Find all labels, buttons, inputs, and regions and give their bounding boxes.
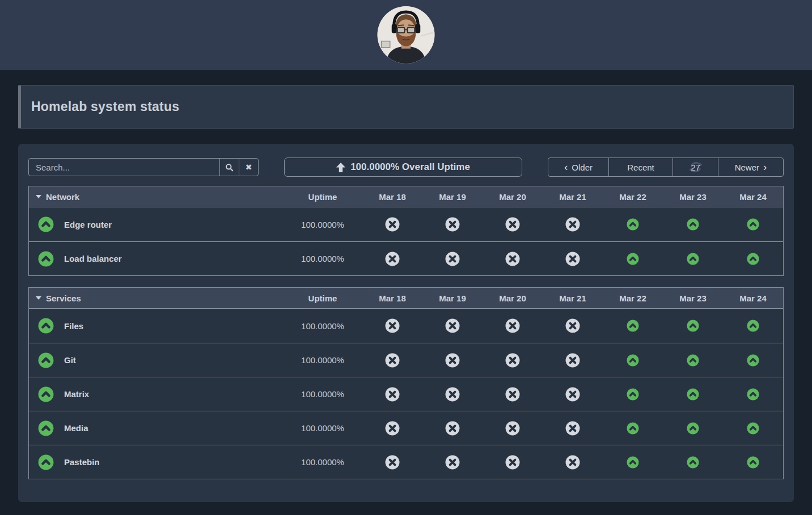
service-uptime: 100.0000% [283,457,362,467]
service-row[interactable]: Matrix 100.0000% [29,377,783,411]
day-x-icon [422,353,483,368]
column-header-day: Mar 20 [483,293,543,303]
service-row[interactable]: Edge router 100.0000% [29,207,783,241]
service-up-icon [38,386,54,402]
avatar[interactable] [378,6,435,63]
day-x-icon [543,217,603,232]
day-up-icon [663,422,723,435]
column-header-day: Mar 20 [483,192,543,202]
clear-search-button[interactable]: ✖ [239,159,258,176]
day-up-icon [603,320,663,332]
column-header-day: Mar 18 [362,293,422,303]
service-uptime: 100.0000% [283,254,362,263]
service-row[interactable]: Git 100.0000% [29,343,783,377]
column-header-day: Mar 19 [422,293,483,303]
day-x-icon [483,252,543,266]
chevron-left-icon: ‹ [564,161,568,172]
service-name: Media [64,423,88,433]
day-x-icon [362,217,422,232]
day-x-icon [362,387,422,402]
column-header-day: Mar 21 [543,192,603,202]
search-input[interactable] [29,159,219,176]
older-label: Older [572,163,593,172]
service-row[interactable]: Pastebin 100.0000% [29,445,783,479]
group-rows: Files 100.0000% Git 100.0000% [29,308,783,479]
day-x-icon [543,387,603,402]
day-x-icon [483,353,543,368]
recent-button[interactable]: Recent [609,158,673,176]
service-name-cell: Load balancer [29,251,283,267]
service-name: Edge router [64,220,112,229]
day-x-icon [362,318,422,333]
older-button[interactable]: ‹ Older [548,158,609,176]
column-header-day: Mar 24 [723,192,783,202]
service-up-icon [38,251,54,267]
day-up-icon [663,388,723,401]
day-up-icon [603,218,663,231]
chevron-right-icon: › [763,161,767,172]
day-up-icon [723,218,783,231]
column-header-day: Mar 18 [362,192,422,202]
column-header-uptime: Uptime [283,192,362,202]
clear-icon: ✖ [246,163,252,172]
service-name-cell: Matrix [29,386,283,402]
column-header-day: Mar 23 [663,293,723,303]
group-header[interactable]: Services [29,293,283,303]
day-up-icon [603,354,663,367]
group-header-row: Network Uptime Mar 18Mar 19Mar 20Mar 21M… [29,186,783,207]
service-name: Load balancer [64,254,122,263]
newer-button[interactable]: Newer › [718,158,783,176]
service-up-icon [38,216,54,232]
service-row[interactable]: Media 100.0000% [29,411,783,445]
service-name-cell: Files [29,318,283,334]
toolbar: ✖ 100.0000% Overall Uptime ‹ Older Recen… [28,158,784,177]
day-up-icon [723,388,783,401]
caret-down-icon [36,195,41,198]
day-x-icon [483,387,543,402]
column-header-day: Mar 24 [723,293,783,303]
day-up-icon [723,456,783,469]
day-x-icon [422,455,483,470]
day-x-icon [422,318,483,333]
column-header-day: Mar 23 [663,192,723,202]
day-x-icon [543,353,603,368]
day-x-icon [543,421,603,436]
service-uptime: 100.0000% [283,423,362,433]
day-x-icon [483,318,543,333]
day-up-icon [723,253,783,265]
day-x-icon [362,252,422,266]
service-row[interactable]: Files 100.0000% [29,309,783,343]
caret-down-icon [36,296,41,300]
group-rows: Edge router 100.0000% Load balancer [29,207,783,275]
status-panel: ✖ 100.0000% Overall Uptime ‹ Older Recen… [18,144,794,502]
service-uptime: 100.0000% [283,220,362,229]
search-icon [225,163,234,172]
page-title-panel: Homelab system status [18,85,794,129]
day-up-icon [663,320,723,332]
day-x-icon [543,455,603,470]
service-up-icon [38,454,54,470]
group-header[interactable]: Network [29,192,283,202]
page-title: Homelab system status [31,99,783,114]
status-group: Services Uptime Mar 18Mar 19Mar 20Mar 21… [28,287,784,479]
day-up-icon [663,456,723,469]
day-up-icon [663,218,723,231]
recent-label: Recent [627,163,654,172]
service-name-cell: Pastebin [29,454,283,470]
status-page: Homelab system status ✖ [0,0,812,502]
search-group: ✖ [28,158,259,176]
column-header-day: Mar 22 [603,192,663,202]
service-name: Files [64,321,83,331]
page-refresh-button[interactable]: 27 [673,158,718,176]
service-name-cell: Media [29,420,283,436]
page-number: 27 [691,163,700,172]
search-button[interactable] [219,159,239,176]
service-row[interactable]: Load balancer 100.0000% [29,241,783,275]
day-x-icon [422,252,483,266]
day-up-icon [723,320,783,332]
column-header-uptime: Uptime [283,293,362,303]
status-groups: Network Uptime Mar 18Mar 19Mar 20Mar 21M… [28,186,784,479]
day-up-icon [603,388,663,401]
pagination: ‹ Older Recent 27 [548,158,784,177]
day-up-icon [723,354,783,367]
